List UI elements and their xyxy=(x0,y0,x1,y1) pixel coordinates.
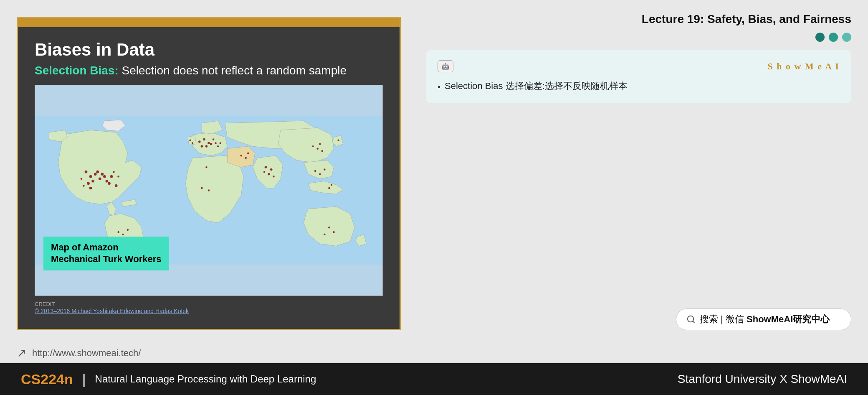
bottom-brand: ShowMeAI xyxy=(791,372,847,385)
svg-point-55 xyxy=(328,227,330,228)
bullet-item: • Selection Bias 选择偏差:选择不反映随机样本 xyxy=(438,79,840,93)
bottom-left: CS224n | Natural Language Processing wit… xyxy=(21,371,316,387)
ai-card: 🤖 S h o w M e A I • Selection Bias 选择偏差:… xyxy=(426,50,851,103)
search-text-before: 搜索 | 微信 xyxy=(700,314,747,324)
svg-point-57 xyxy=(324,234,325,235)
svg-point-14 xyxy=(115,184,118,187)
svg-point-54 xyxy=(331,184,332,186)
x-separator: X xyxy=(779,372,790,385)
bullet-text: Selection Bias 选择偏差:选择不反映随机样本 xyxy=(445,79,628,93)
svg-point-9 xyxy=(87,182,90,185)
svg-point-26 xyxy=(215,142,216,144)
svg-point-18 xyxy=(117,176,119,177)
svg-point-27 xyxy=(217,145,219,147)
svg-point-5 xyxy=(96,171,99,173)
svg-point-40 xyxy=(337,139,339,141)
svg-point-10 xyxy=(108,182,111,185)
svg-point-30 xyxy=(189,139,191,141)
ai-card-header: 🤖 S h o w M e A I xyxy=(438,60,840,72)
credit-link: © 2013–2016 Michael Yoshitaka Erlewine a… xyxy=(35,308,189,314)
svg-point-37 xyxy=(316,148,318,149)
svg-point-46 xyxy=(205,166,207,168)
svg-point-20 xyxy=(203,138,205,141)
svg-point-56 xyxy=(333,231,334,233)
svg-point-17 xyxy=(113,171,114,173)
svg-point-6 xyxy=(103,175,106,178)
course-name: Natural Language Processing with Deep Le… xyxy=(95,373,316,385)
slide-credit: CREDIT © 2013–2016 Michael Yoshitaka Erl… xyxy=(35,299,383,316)
slide-title: Biases in Data xyxy=(35,40,383,60)
svg-point-1 xyxy=(89,175,92,178)
map-label-line1: Map of Amazon xyxy=(51,242,119,252)
dot-1[interactable] xyxy=(815,33,825,42)
dot-2[interactable] xyxy=(829,33,838,42)
svg-point-29 xyxy=(192,142,193,144)
svg-point-25 xyxy=(213,138,214,140)
svg-point-21 xyxy=(208,142,210,145)
ai-card-content: • Selection Bias 选择偏差:选择不反映随机样本 xyxy=(438,79,840,93)
svg-point-4 xyxy=(91,180,94,183)
dots-row xyxy=(426,33,851,42)
svg-point-48 xyxy=(245,157,247,159)
svg-point-32 xyxy=(270,168,273,171)
svg-point-49 xyxy=(247,153,249,154)
svg-point-15 xyxy=(81,178,82,180)
slide: Biases in Data Selection Bias: Selection… xyxy=(17,17,401,330)
svg-point-31 xyxy=(265,166,267,168)
cursor-icon: ↗ xyxy=(17,346,26,360)
map-label-text: Map of Amazon Mechanical Turk Workers xyxy=(51,242,162,265)
svg-point-58 xyxy=(688,316,694,322)
svg-point-53 xyxy=(328,187,330,189)
svg-point-2 xyxy=(94,173,97,176)
slide-subtitle: Selection Bias: Selection does not refle… xyxy=(35,64,383,77)
svg-line-59 xyxy=(693,321,694,323)
svg-point-47 xyxy=(240,155,242,156)
svg-point-36 xyxy=(312,145,314,147)
svg-point-24 xyxy=(210,143,213,145)
right-panel: Lecture 19: Safety, Bias, and Fairness 🤖… xyxy=(418,0,868,343)
svg-point-50 xyxy=(314,170,316,172)
slide-top-bar xyxy=(18,18,400,27)
subtitle-highlight: Selection Bias: xyxy=(35,64,119,77)
slide-content: Biases in Data Selection Bias: Selection… xyxy=(18,27,400,329)
svg-point-52 xyxy=(324,168,325,170)
lecture-title: Lecture 19: Safety, Bias, and Fairness xyxy=(426,13,851,26)
bottom-divider: | xyxy=(82,371,86,387)
university-name: Stanford University xyxy=(678,372,777,385)
dot-3[interactable] xyxy=(842,33,851,42)
svg-point-38 xyxy=(319,143,321,145)
svg-point-42 xyxy=(122,234,124,235)
credit-label: CREDIT xyxy=(35,301,383,307)
svg-point-3 xyxy=(99,177,101,180)
search-text-bold: ShowMeAI研究中心 xyxy=(747,314,830,324)
svg-point-43 xyxy=(117,231,119,233)
svg-point-23 xyxy=(205,145,208,148)
ai-icon-box: 🤖 xyxy=(438,60,453,72)
search-text: 搜索 | 微信 ShowMeAI研究中心 xyxy=(700,313,830,326)
svg-point-39 xyxy=(321,150,323,152)
map-area: Map of Amazon Mechanical Turk Workers xyxy=(35,85,383,296)
search-icon xyxy=(686,315,696,324)
svg-point-51 xyxy=(319,173,321,175)
svg-point-7 xyxy=(101,173,104,176)
svg-point-16 xyxy=(83,185,84,186)
search-bar[interactable]: 搜索 | 微信 ShowMeAI研究中心 xyxy=(676,308,851,330)
svg-point-44 xyxy=(201,187,202,189)
course-code: CS224n xyxy=(21,371,73,387)
subtitle-normal: Selection does not reflect a random samp… xyxy=(122,64,347,77)
svg-point-11 xyxy=(85,171,88,173)
url-area: ↗ http://www.showmeai.tech/ xyxy=(0,343,868,363)
svg-point-35 xyxy=(273,176,274,177)
svg-point-19 xyxy=(198,140,201,143)
top-area: Biases in Data Selection Bias: Selection… xyxy=(0,0,868,343)
showmeai-brand: S h o w M e A I xyxy=(768,61,840,72)
svg-point-33 xyxy=(268,173,270,176)
svg-point-13 xyxy=(89,187,92,190)
svg-point-28 xyxy=(220,142,221,144)
map-label-line2: Mechanical Turk Workers xyxy=(51,254,162,264)
svg-point-12 xyxy=(110,175,113,178)
svg-point-45 xyxy=(208,189,210,191)
search-bar-container: 搜索 | 微信 ShowMeAI研究中心 xyxy=(676,308,851,330)
svg-point-22 xyxy=(201,145,203,148)
bottom-right: Stanford University X ShowMeAI xyxy=(678,372,847,386)
